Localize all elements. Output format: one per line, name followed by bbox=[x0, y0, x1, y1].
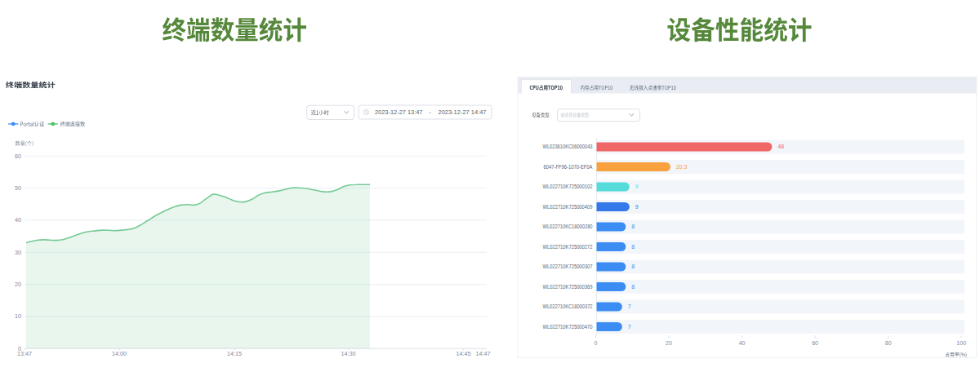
svg-text:7: 7 bbox=[628, 303, 631, 309]
svg-text:8: 8 bbox=[631, 284, 635, 290]
svg-text:10: 10 bbox=[15, 312, 21, 320]
svg-text:13:47: 13:47 bbox=[17, 350, 32, 357]
svg-text:48: 48 bbox=[777, 144, 784, 149]
svg-text:100: 100 bbox=[956, 340, 966, 346]
svg-text:40: 40 bbox=[739, 340, 746, 346]
svg-text:50: 50 bbox=[15, 184, 21, 192]
svg-text:WL022710K725000272: WL022710K725000272 bbox=[543, 244, 593, 250]
svg-text:9: 9 bbox=[635, 204, 639, 210]
svg-text:14:15: 14:15 bbox=[227, 350, 242, 357]
svg-text:WL022710KC18000280: WL022710KC18000280 bbox=[543, 224, 593, 229]
svg-text:WL022710K725000470: WL022710K725000470 bbox=[543, 324, 593, 330]
svg-text:WL022710K725000409: WL022710K725000409 bbox=[543, 204, 593, 210]
svg-text:WL022710K725000307: WL022710K725000307 bbox=[543, 264, 593, 269]
svg-text:40: 40 bbox=[15, 216, 21, 224]
svg-text:8: 8 bbox=[631, 224, 635, 229]
svg-text:20: 20 bbox=[15, 281, 21, 288]
svg-text:60: 60 bbox=[15, 153, 21, 160]
svg-text:2023-12-27 14:47: 2023-12-27 14:47 bbox=[439, 108, 487, 116]
svg-text:80: 80 bbox=[885, 340, 892, 346]
svg-text:WL022710KC18000372: WL022710KC18000372 bbox=[543, 303, 593, 309]
svg-text:9: 9 bbox=[635, 184, 639, 189]
svg-text:14:00: 14:00 bbox=[112, 350, 127, 357]
svg-text:30: 30 bbox=[15, 249, 21, 256]
svg-text:8: 8 bbox=[631, 264, 635, 269]
svg-text:WL023610KC06000043: WL023610KC06000043 bbox=[543, 144, 593, 149]
svg-text:8: 8 bbox=[631, 244, 635, 250]
svg-text:20.3: 20.3 bbox=[676, 164, 688, 170]
svg-text:WL022710K725000369: WL022710K725000369 bbox=[543, 284, 593, 290]
svg-text:WL022710K725000102: WL022710K725000102 bbox=[543, 184, 593, 189]
svg-text:14:47: 14:47 bbox=[476, 350, 491, 357]
svg-text:6047-FF96-1070-EF0A: 6047-FF96-1070-EF0A bbox=[544, 164, 593, 170]
svg-text:60: 60 bbox=[812, 340, 818, 346]
svg-text:2023-12-27 13:47: 2023-12-27 13:47 bbox=[375, 108, 423, 116]
svg-text:0: 0 bbox=[595, 340, 598, 346]
svg-text:7: 7 bbox=[628, 324, 631, 330]
svg-text:20: 20 bbox=[666, 340, 672, 346]
svg-text:14:30: 14:30 bbox=[341, 350, 356, 357]
svg-text:14:45: 14:45 bbox=[457, 350, 471, 357]
